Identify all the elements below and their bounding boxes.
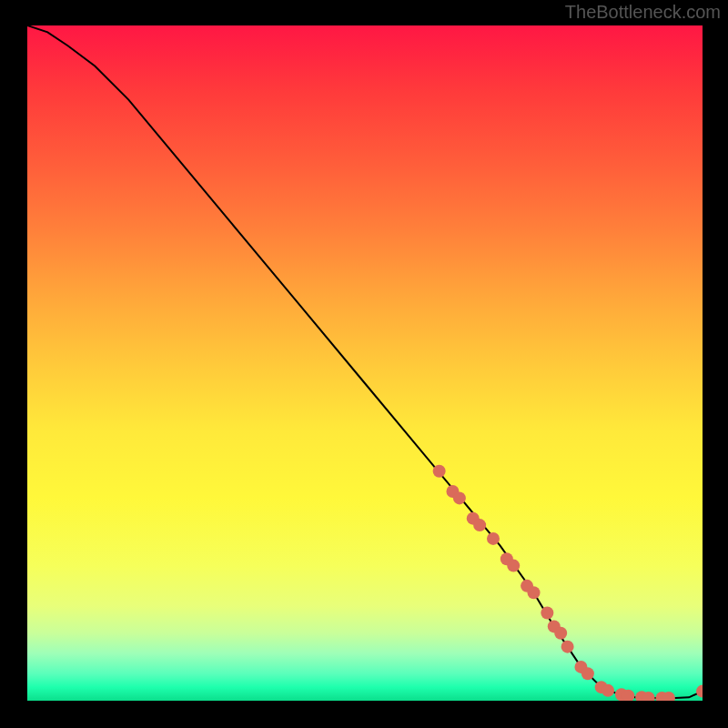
chart-marker bbox=[507, 560, 520, 572]
chart-overlay-svg bbox=[27, 25, 703, 701]
chart-marker bbox=[541, 607, 553, 620]
watermark-text: TheBottleneck.com bbox=[565, 2, 721, 23]
chart-marker bbox=[554, 627, 567, 640]
chart-marker bbox=[696, 685, 703, 698]
chart-marker bbox=[473, 519, 486, 531]
chart-marker bbox=[433, 465, 446, 478]
chart-marker bbox=[602, 684, 614, 697]
chart-marker bbox=[581, 667, 594, 680]
chart-markers-group bbox=[433, 465, 703, 701]
chart-marker bbox=[561, 641, 574, 653]
chart-curve bbox=[27, 25, 703, 698]
chart-marker bbox=[528, 586, 541, 599]
plot-area bbox=[27, 25, 703, 701]
chart-marker bbox=[487, 532, 500, 545]
chart-marker bbox=[453, 491, 466, 504]
